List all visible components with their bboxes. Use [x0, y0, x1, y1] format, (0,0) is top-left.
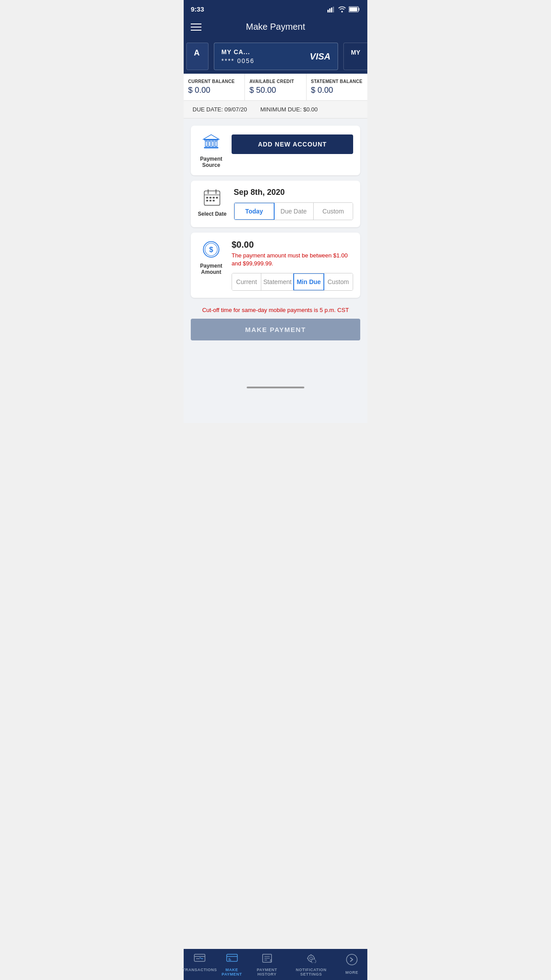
svg-rect-19 — [209, 197, 211, 199]
menu-icon[interactable] — [191, 24, 201, 31]
statement-balance-label: STATEMENT BALANCE — [311, 79, 363, 84]
home-indicator — [184, 387, 367, 423]
svg-rect-13 — [204, 147, 218, 148]
payment-source-label: PaymentSource — [200, 156, 222, 168]
svg-rect-23 — [209, 200, 211, 202]
svg-rect-8 — [204, 139, 218, 141]
payment-amount-icon-area: $ PaymentAmount — [198, 240, 224, 275]
due-date-item: DUE DATE: 09/07/20 — [193, 106, 247, 113]
dollar-icon: $ — [201, 240, 221, 259]
select-date-content: Sep 8th, 2020 Today Due Date Custom — [234, 188, 353, 220]
svg-rect-1 — [329, 8, 331, 12]
svg-rect-3 — [333, 7, 334, 12]
card-item-partial-right[interactable]: MY — [343, 43, 367, 70]
card-carousel[interactable]: A MY CA... **** 0056 VISA MY — [184, 39, 367, 74]
card-partial-right-text: MY — [351, 49, 360, 56]
svg-rect-24 — [213, 200, 215, 202]
select-date-card: Select Date Sep 8th, 2020 Today Due Date… — [191, 181, 360, 227]
add-new-account-button[interactable]: ADD NEW ACCOUNT — [232, 134, 353, 154]
svg-rect-22 — [206, 200, 208, 202]
minimum-due-value: $0.00 — [303, 106, 318, 113]
payment-amount-error: The payment amount must be between $1.00… — [232, 252, 353, 268]
available-credit-label: AVAILABLE CREDIT — [249, 79, 301, 84]
home-bar — [247, 387, 304, 388]
svg-rect-5 — [358, 8, 359, 11]
card-brand: VISA — [310, 51, 331, 62]
svg-marker-7 — [203, 134, 219, 139]
svg-rect-12 — [215, 141, 217, 146]
amount-option-statement[interactable]: Statement — [261, 273, 294, 290]
payment-amount-content: $0.00 The payment amount must be between… — [232, 240, 353, 291]
date-option-due-date[interactable]: Due Date — [274, 203, 314, 220]
select-date-icon-area: Select Date — [198, 188, 227, 217]
wifi-icon — [338, 6, 346, 12]
minimum-due-item: MINIMUM DUE: $0.00 — [260, 106, 318, 113]
available-credit-item: AVAILABLE CREDIT $ 50.00 — [245, 74, 306, 100]
payment-source-icon-area: PaymentSource — [198, 133, 224, 168]
svg-rect-20 — [213, 197, 215, 199]
svg-text:$: $ — [209, 245, 213, 253]
date-option-custom[interactable]: Custom — [314, 203, 353, 220]
status-icons — [327, 6, 360, 12]
date-option-today[interactable]: Today — [234, 202, 275, 220]
card-item-main[interactable]: MY CA... **** 0056 VISA — [214, 43, 338, 70]
battery-icon — [349, 6, 360, 12]
minimum-due-label: MINIMUM DUE: — [260, 106, 302, 113]
statement-balance-amount: $ 0.00 — [311, 86, 363, 95]
current-balance-label: CURRENT BALANCE — [188, 79, 240, 84]
card-item-partial-left[interactable]: A — [186, 43, 209, 70]
header: Make Payment — [184, 16, 367, 39]
calendar-icon — [202, 188, 222, 207]
svg-rect-6 — [350, 7, 358, 11]
payment-amount-card: $ PaymentAmount $0.00 The payment amount… — [191, 233, 360, 298]
card-number: **** 0056 — [221, 57, 255, 64]
available-credit-amount: $ 50.00 — [249, 86, 301, 95]
svg-rect-21 — [216, 197, 218, 199]
due-date-label: DUE DATE: — [193, 106, 223, 113]
status-time: 9:33 — [191, 5, 204, 13]
payment-amount-value: $0.00 — [232, 240, 353, 250]
status-bar: 9:33 — [184, 0, 367, 16]
bank-icon — [201, 133, 221, 152]
card-partial-left-text: A — [194, 48, 200, 57]
payment-source-content: ADD NEW ACCOUNT — [232, 133, 353, 154]
amount-option-custom[interactable]: Custom — [324, 273, 353, 290]
current-balance-item: CURRENT BALANCE $ 0.00 — [184, 74, 245, 100]
due-date-value: 09/07/20 — [224, 106, 247, 113]
main-content: PaymentSource ADD NEW ACCOUNT — [184, 119, 367, 387]
svg-rect-10 — [209, 141, 210, 146]
cutoff-notice: Cut-off time for same-day mobile payment… — [191, 303, 360, 315]
card-name: MY CA... — [221, 48, 255, 55]
selected-date-display: Sep 8th, 2020 — [234, 188, 353, 197]
page-title: Make Payment — [246, 22, 305, 32]
svg-rect-2 — [331, 8, 332, 12]
make-payment-button[interactable]: MAKE PAYMENT — [191, 319, 360, 340]
payment-source-card: PaymentSource ADD NEW ACCOUNT — [191, 126, 360, 175]
svg-rect-18 — [206, 197, 208, 199]
balance-bar: CURRENT BALANCE $ 0.00 AVAILABLE CREDIT … — [184, 74, 367, 101]
svg-rect-11 — [212, 141, 213, 146]
due-date-bar: DUE DATE: 09/07/20 MINIMUM DUE: $0.00 — [184, 101, 367, 119]
date-option-group: Today Due Date Custom — [234, 202, 353, 220]
svg-rect-0 — [327, 10, 329, 12]
select-date-label: Select Date — [198, 211, 227, 217]
amount-option-group: Current Statement Min Due Custom — [232, 273, 353, 291]
current-balance-amount: $ 0.00 — [188, 86, 240, 95]
amount-option-min-due[interactable]: Min Due — [293, 273, 324, 291]
statement-balance-item: STATEMENT BALANCE $ 0.00 — [307, 74, 367, 100]
amount-option-current[interactable]: Current — [232, 273, 261, 290]
payment-amount-label: PaymentAmount — [200, 263, 222, 275]
svg-rect-9 — [205, 141, 207, 146]
signal-icon — [327, 6, 335, 12]
